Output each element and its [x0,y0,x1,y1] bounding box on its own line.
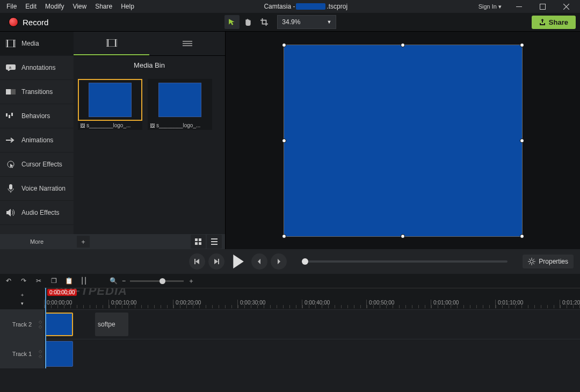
zoom-in-button[interactable]: ＋ [188,277,194,286]
share-label: Share [549,18,568,26]
image-icon: 🖼 [150,123,155,128]
menu-edit[interactable]: Edit [21,1,41,12]
ruler-tick: 0:01:00;00 [431,300,495,308]
track-body[interactable] [44,339,580,368]
sidebar-item-audio-effects[interactable]: Audio Effects [0,201,74,225]
sidebar-item-label: Media [21,40,39,47]
resize-handle[interactable] [401,43,405,47]
canvas-selection[interactable] [284,45,523,237]
resize-handle[interactable] [282,139,286,143]
sidebar-item-label: Audio Effects [21,209,60,216]
ruler-tick: 0:00:20;00 [173,300,237,308]
menu-file[interactable]: File [2,1,21,12]
sidebar-item-animations[interactable]: Animations [0,128,74,153]
sidebar-item-voice-narration[interactable]: Voice Narration [0,177,74,201]
sidebar-item-cursor-effects[interactable]: Cursor Effects [0,153,74,177]
zoom-out-button[interactable]: − [122,277,126,285]
media-clip[interactable]: 🖼s________logo_... [78,79,142,130]
track-header[interactable]: Track 2◇◇ [0,310,44,339]
svg-rect-26 [211,241,218,242]
svg-rect-19 [183,43,192,44]
timeline-clip[interactable] [45,341,73,367]
step-back-button[interactable] [189,253,205,270]
clip-label: s________logo_... [86,122,130,128]
media-icon [5,39,16,48]
track-body[interactable]: softpe [44,310,580,339]
resize-handle[interactable] [520,43,524,47]
sidebar-item-media[interactable]: Media [0,32,74,56]
timeline-zoom-slider[interactable] [130,280,184,282]
svg-rect-17 [115,39,116,47]
svg-rect-18 [183,41,192,42]
sign-in-button[interactable]: Sign In ▾ [473,3,507,10]
ruler-tick: 0:01:10;00 [495,300,560,308]
share-button[interactable]: Share [532,16,576,29]
prev-marker-button[interactable] [251,253,267,270]
close-button[interactable] [554,0,578,13]
view-grid-button[interactable] [191,235,206,249]
menu-view[interactable]: View [68,1,91,12]
undo-button[interactable]: ↶ [3,277,14,285]
timeline-clip[interactable]: softpe [95,313,128,336]
media-tab-bin[interactable] [74,32,149,55]
play-button[interactable] [228,251,248,272]
media-clip[interactable]: 🖼s________logo_... [148,79,212,130]
paste-button[interactable]: 📋 [63,277,74,285]
sidebar: Media a Annotations Transitions Behavior… [0,32,74,249]
playback-scrubber[interactable] [302,260,508,263]
cursor-icon [5,160,16,169]
resize-handle[interactable] [401,234,405,238]
cut-button[interactable]: ✂ [33,277,44,285]
sidebar-item-transitions[interactable]: Transitions [0,80,74,104]
clip-label: s________logo_... [156,122,200,128]
chevron-down-icon: ▼ [327,19,331,25]
slider-knob[interactable] [160,278,165,284]
media-tab-library[interactable] [149,32,225,55]
behaviors-icon [5,112,16,120]
minimize-button[interactable] [507,0,531,13]
scrubber-knob[interactable] [302,258,308,265]
next-marker-button[interactable] [271,253,287,270]
sidebar-item-annotations[interactable]: a Annotations [0,56,74,80]
svg-rect-22 [199,238,201,241]
split-button[interactable]: ⎮⎮ [78,277,89,285]
resize-handle[interactable] [282,43,286,47]
properties-button[interactable]: Properties [523,255,574,268]
record-button[interactable]: Record [4,15,53,29]
svg-rect-9 [11,89,16,95]
resize-handle[interactable] [520,234,524,238]
resize-handle[interactable] [520,139,524,143]
add-media-button[interactable]: ＋ [77,236,90,248]
track-header[interactable]: Track 1◇◇ [0,339,44,368]
add-track-button[interactable]: ＋ [20,292,25,299]
svg-marker-6 [8,70,10,71]
svg-rect-1 [540,4,545,9]
menu-modify[interactable]: Modify [41,1,68,12]
time-ruler[interactable]: SOFTPEDIA 0:00:00;00 0:00:10;00 0:00:20;… [44,288,580,309]
pointer-tool[interactable] [224,15,240,29]
redo-button[interactable]: ↷ [18,277,29,285]
menu-help[interactable]: Help [117,1,139,12]
view-list-button[interactable] [207,235,222,249]
copy-button[interactable]: ❐ [48,277,59,285]
mic-icon [5,184,16,193]
svg-rect-23 [195,242,198,245]
timeline-clip[interactable] [45,313,73,336]
crop-tool[interactable] [257,15,272,29]
collapse-tracks-button[interactable]: ▾ [21,301,24,306]
hand-tool[interactable] [241,15,256,29]
sidebar-item-behaviors[interactable]: Behaviors [0,104,74,128]
playhead[interactable] [45,288,46,368]
step-fwd-button[interactable] [208,253,224,270]
menu-share[interactable]: Share [91,1,117,12]
resize-handle[interactable] [282,234,286,238]
svg-rect-12 [11,113,13,116]
transitions-icon [5,88,16,96]
timeline: ＋ ▾ 0:00:00;00 SOFTPEDIA 0:00:00;00 0:00… [0,288,580,368]
sidebar-item-label: Behaviors [21,112,50,120]
track-row: Track 2◇◇ softpe [0,309,580,339]
sidebar-more[interactable]: More [0,234,74,249]
canvas[interactable] [226,32,580,249]
maximize-button[interactable] [531,0,554,13]
zoom-select[interactable]: 34.9% ▼ [277,15,336,29]
